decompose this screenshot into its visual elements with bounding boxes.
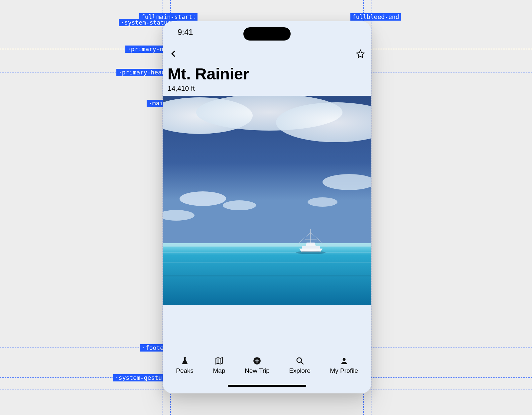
tab-bar: Peaks Map New Trip Explore My Profile	[163, 353, 371, 378]
favorite-button[interactable]	[354, 48, 366, 60]
page-title: Mt. Rainier	[168, 64, 366, 83]
tab-explore[interactable]: Explore	[289, 357, 310, 374]
svg-rect-12	[163, 262, 371, 263]
science-icon	[181, 357, 189, 365]
tab-profile[interactable]: My Profile	[330, 357, 358, 374]
svg-point-4	[180, 191, 226, 206]
device-notch	[243, 27, 291, 41]
chevron-left-icon	[169, 49, 178, 58]
svg-point-22	[342, 358, 345, 361]
page-subtitle: 14,410 ft	[168, 84, 366, 92]
page-header: Mt. Rainier 14,410 ft	[163, 64, 371, 96]
star-outline-icon	[356, 49, 365, 58]
svg-line-21	[301, 362, 303, 364]
label-fullbleed-start: fullbleed-start	[139, 13, 198, 21]
person-icon	[340, 357, 348, 365]
search-icon	[296, 357, 304, 365]
back-button[interactable]	[168, 48, 180, 60]
status-bar: 9:41	[163, 21, 371, 43]
label-main-start: main-start	[154, 13, 194, 21]
label-main-end: main-end	[350, 13, 383, 21]
gesture-bar	[228, 385, 306, 387]
add-circle-icon	[253, 357, 261, 365]
svg-point-6	[223, 200, 256, 210]
primary-nav	[163, 43, 371, 64]
device-frame: 9:41 Mt. Rainier 14,410 ft	[163, 21, 371, 393]
tab-label: Explore	[289, 367, 310, 374]
svg-rect-9	[163, 243, 371, 247]
tab-peaks[interactable]: Peaks	[176, 357, 194, 374]
tab-label: Peaks	[176, 367, 194, 374]
hero-image	[163, 96, 371, 305]
svg-rect-11	[163, 252, 371, 253]
tab-label: My Profile	[330, 367, 358, 374]
map-icon	[215, 357, 223, 365]
tab-label: New Trip	[245, 367, 270, 374]
guide-fullbleed-end	[371, 0, 371, 415]
tab-newtrip[interactable]: New Trip	[245, 357, 270, 374]
svg-rect-13	[163, 275, 371, 276]
tab-label: Map	[213, 367, 225, 374]
label-fullbleed-end: fullbleed-end	[350, 13, 401, 21]
svg-point-18	[296, 251, 326, 254]
svg-point-8	[308, 197, 337, 207]
tab-map[interactable]: Map	[213, 357, 225, 374]
status-time: 9:41	[178, 28, 193, 37]
